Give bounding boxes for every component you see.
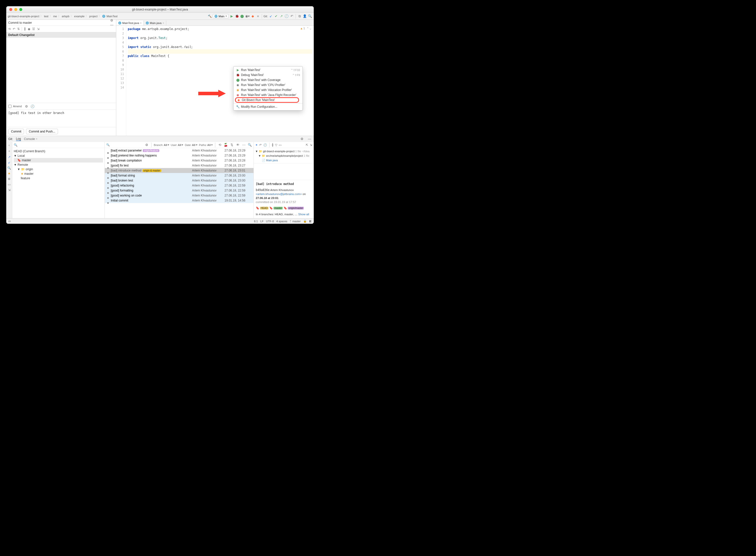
hide-icon[interactable]: — [307, 137, 312, 141]
commit-row[interactable]: [bad] extract parameterorigin/featureArt… [105, 148, 253, 153]
git-commit-icon[interactable]: ✔ [274, 14, 278, 19]
profile-icon[interactable]: ◉▾ [245, 14, 250, 19]
search-icon[interactable]: 🔍 [7, 166, 11, 170]
arrows-icon[interactable]: ⇅ [230, 143, 234, 147]
eye-icon[interactable]: 👁 [236, 143, 240, 147]
tab-log[interactable]: Log [16, 137, 21, 141]
stop-icon[interactable]: ■ [256, 14, 260, 19]
new-icon[interactable]: ✦ [255, 143, 258, 147]
branch-origin-master[interactable]: ★ master [14, 172, 103, 176]
avatar-icon[interactable]: 👤 [303, 14, 307, 19]
coverage-icon[interactable]: ⬤ [240, 14, 244, 19]
star-icon[interactable]: ★ [8, 172, 10, 175]
changelist-icon[interactable]: ╂ [24, 27, 26, 31]
find-icon[interactable]: 🔍 [247, 143, 252, 147]
more-icon[interactable]: ⋯ [241, 143, 246, 147]
context-menu-item[interactable]: ◆Git Bisect Run 'MainTest' [234, 98, 303, 103]
arrow-ne-icon[interactable]: ↗ [8, 155, 10, 159]
expand-icon[interactable]: ⇲ [37, 27, 39, 31]
gear-icon[interactable]: ⚙ [300, 137, 304, 141]
debug-icon[interactable]: 🐞 [235, 14, 239, 19]
breadcrumb-item[interactable]: me [53, 15, 57, 18]
context-menu-item[interactable]: 🐞Debug 'MainTest'⌃⇧F9 [234, 72, 303, 77]
commit-row[interactable]: [bad] break compilationArtem Khvastunov2… [105, 158, 253, 163]
search-icon[interactable]: 🔍 [14, 143, 18, 147]
refresh-icon[interactable]: ⟲ [217, 143, 222, 147]
indent[interactable]: 4 spaces [276, 220, 287, 223]
zoom-window-button[interactable] [19, 8, 22, 11]
view-icon[interactable]: ☱ [32, 27, 35, 31]
commit-button[interactable]: Commit [8, 129, 24, 134]
editor-tab[interactable]: CMainTest.java× [116, 21, 144, 26]
run-config-selector[interactable]: CMain▾ [213, 14, 229, 18]
caret-pos[interactable]: 6:1 [254, 220, 258, 223]
encoding[interactable]: UTF-8 [266, 220, 274, 223]
minimize-window-button[interactable] [14, 8, 17, 11]
breadcrumbs[interactable]: git-bisect-example-project〉test〉me〉artsp… [8, 14, 117, 18]
context-menu-item[interactable]: ◉Run 'MainTest' with 'Allocation Profile… [234, 88, 303, 93]
warning-icon[interactable]: ▲ [301, 27, 303, 30]
breadcrumb-item[interactable]: artspb [62, 15, 69, 18]
commit-row[interactable]: [bad] introduce methodorigin & masterArt… [105, 168, 253, 173]
commit-push-button[interactable]: Commit and Push... [26, 129, 58, 134]
branch-local-master[interactable]: 🔖 master [14, 158, 103, 163]
breadcrumb-item[interactable]: test [44, 15, 48, 18]
layout-icon[interactable]: ▭ [8, 183, 10, 186]
refresh-icon[interactable]: ⟲ [8, 27, 11, 31]
close-window-button[interactable] [9, 8, 12, 11]
amend-gear-icon[interactable]: ⚙ [24, 104, 29, 108]
gear-icon[interactable]: ⚙ [8, 177, 10, 181]
show-all-link[interactable]: Show all [298, 213, 309, 216]
tab-console[interactable]: Console × [24, 137, 37, 141]
chevron-up-icon[interactable]: ⌃ [307, 27, 309, 30]
status-left-icon[interactable]: ▭ [8, 219, 11, 223]
detail-email[interactable]: <artem.khvastunov@jetbrains.com> [256, 193, 302, 196]
cherry-pick-icon[interactable]: 🍒 [224, 143, 228, 147]
branch-local-group[interactable]: ▼ Local [14, 153, 103, 158]
rollback-icon[interactable]: ↶ [13, 27, 15, 31]
context-menu-item[interactable]: ◉Run 'MainTest' with 'CPU Profiler' [234, 82, 303, 88]
changelist-header[interactable]: Default Changelist [6, 32, 116, 38]
line-sep[interactable]: LF [260, 220, 264, 223]
context-menu-item[interactable]: ◉Run 'MainTest' with 'Java Flight Record… [234, 93, 303, 98]
gear-icon[interactable]: ⚙ [109, 18, 114, 23]
filter-icon[interactable]: ▽ [275, 143, 277, 147]
commit-row[interactable]: Initial commitArtem Khvastunov19.01.19, … [105, 198, 253, 203]
amend-checkbox[interactable] [8, 105, 11, 108]
tree-root[interactable]: ▼ 📁 git-bisect-example-project 1 file ~/… [255, 149, 312, 153]
history-icon[interactable]: 🕘 [284, 14, 289, 19]
chevron-down-icon[interactable]: ⌄ [309, 27, 311, 30]
context-menu-item[interactable]: ⬤Run 'MainTest' with Coverage [234, 77, 303, 82]
commit-row[interactable]: [good] working on codeArtem Khvastunov27… [105, 193, 253, 198]
filter-user[interactable]: User: All ▾ [171, 143, 183, 146]
commit-row[interactable]: [bad] format stringArtem Khvastunov27.06… [105, 173, 253, 178]
filter-paths[interactable]: Paths: All ▾ [199, 143, 213, 146]
collapse-icon[interactable]: ⇲ [8, 188, 10, 192]
breadcrumb-item[interactable]: git-bisect-example-project [8, 15, 39, 18]
collapse-icon[interactable]: ⇲ [310, 143, 312, 147]
group-icon[interactable]: ◉ [28, 27, 30, 31]
context-menu-item[interactable]: 🔧Modify Run Configuration... [234, 104, 303, 109]
arrow-sw-icon[interactable]: ↙ [8, 161, 10, 164]
nav-left-icon[interactable]: ‹ [9, 143, 10, 147]
bisect-icon[interactable]: ◆ [250, 14, 255, 19]
commit-row[interactable]: [good] formattingArtem Khvastunov27.06.1… [105, 188, 253, 193]
tree-file[interactable]: 📄 Main.java [255, 158, 312, 163]
lock-icon[interactable]: 🔒 [303, 219, 307, 223]
commit-row[interactable]: [bad] pretend like nothing happensArtem … [105, 153, 253, 158]
status-icon[interactable]: ◧ [309, 219, 312, 223]
history-icon[interactable]: 🕘 [263, 143, 267, 147]
rollback-icon[interactable]: ↶ [289, 14, 294, 19]
run-icon[interactable]: ▶ [230, 14, 234, 19]
branch-origin-group[interactable]: ▼ 📁 origin [14, 167, 103, 172]
search-icon[interactable]: 🔍 [106, 143, 110, 146]
breadcrumb-item[interactable]: project [89, 15, 98, 18]
amend-history-icon[interactable]: 🕘 [30, 104, 35, 108]
commit-row[interactable]: [good] refactoringArtem Khvastunov27.06.… [105, 183, 253, 188]
group-icon[interactable]: ╂ [272, 143, 274, 147]
add-icon[interactable]: ＋ [8, 149, 11, 153]
layout-icon[interactable]: ▭ [279, 143, 281, 147]
branch-head[interactable]: HEAD (Current Branch) [14, 149, 103, 153]
filter-branch[interactable]: Branch: All ▾ [154, 143, 169, 146]
expand-icon[interactable]: ⇱ [306, 143, 308, 147]
